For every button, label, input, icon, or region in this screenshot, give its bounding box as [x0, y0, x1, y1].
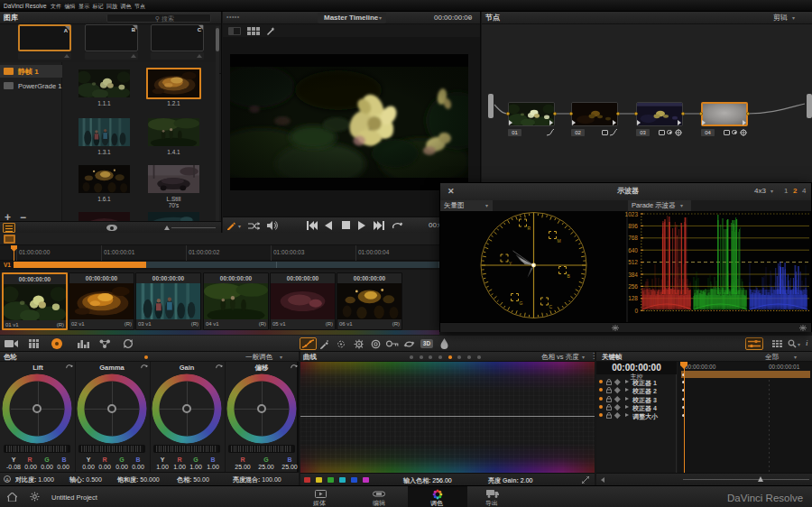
svg-text:256: 256 — [628, 283, 638, 290]
svg-text:640: 640 — [628, 247, 638, 254]
svg-text:896: 896 — [628, 223, 638, 229]
svg-text:C: C — [549, 304, 553, 309]
svg-text:R: R — [528, 226, 531, 231]
svg-text:128: 128 — [628, 295, 638, 301]
svg-text:1023: 1023 — [625, 211, 639, 217]
svg-text:G: G — [520, 300, 523, 306]
svg-text:M: M — [558, 238, 561, 244]
svg-text:768: 768 — [628, 235, 638, 241]
svg-text:384: 384 — [628, 272, 638, 278]
svg-text:0: 0 — [634, 308, 638, 314]
svg-text:512: 512 — [628, 259, 638, 265]
